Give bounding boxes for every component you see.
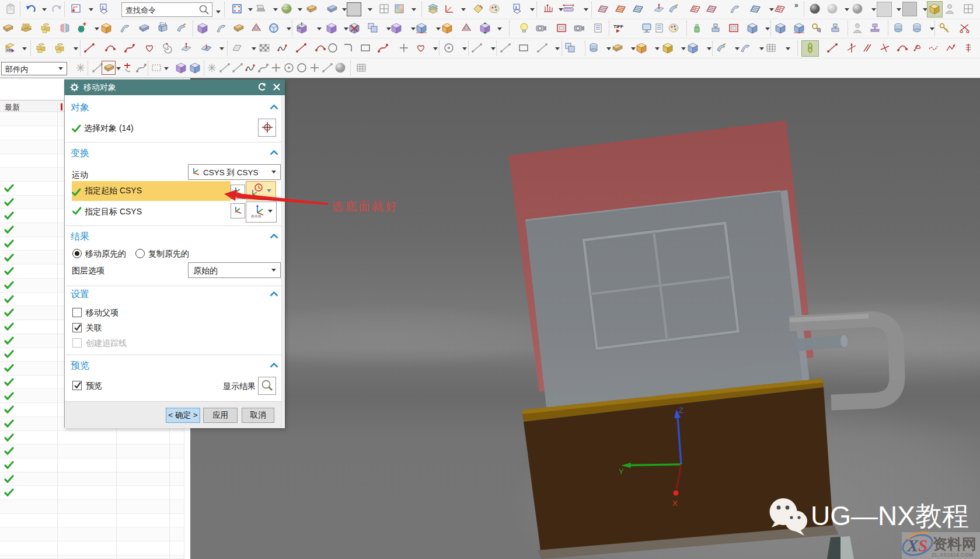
svg-text:选底面就好: 选底面就好 — [332, 200, 399, 213]
